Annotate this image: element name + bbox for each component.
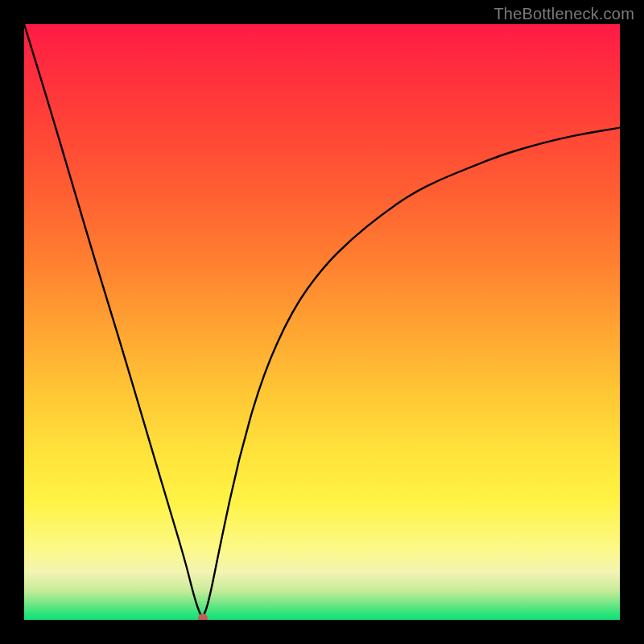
chart-frame: TheBottleneck.com: [0, 0, 644, 644]
heat-gradient-bg: [24, 24, 620, 620]
optimum-marker: [198, 613, 208, 620]
plot-area: [24, 24, 620, 620]
watermark-text: TheBottleneck.com: [493, 5, 634, 23]
